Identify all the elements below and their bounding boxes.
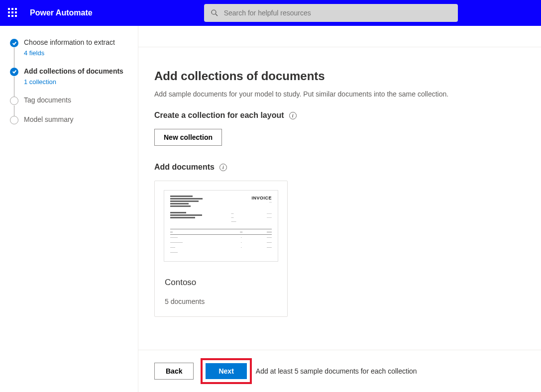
step-title: Add collections of documents	[24, 67, 130, 76]
step-sub[interactable]: 4 fields	[24, 49, 130, 57]
search-box[interactable]	[204, 4, 458, 22]
circle-icon	[10, 116, 18, 124]
collection-name: Contoso	[165, 278, 277, 288]
svg-line-1	[216, 14, 217, 16]
search-input[interactable]	[224, 9, 452, 17]
section-add-label: Add documents	[154, 163, 215, 172]
collection-thumbnail: INVOICE — ——— ——— ——	[155, 181, 287, 271]
invoice-preview: INVOICE — ——— ——— ——	[164, 190, 278, 262]
app-launcher-icon[interactable]	[8, 8, 18, 18]
check-icon	[10, 68, 18, 76]
collection-count: 5 documents	[165, 297, 277, 305]
page-title: Add collections of documents	[154, 69, 517, 83]
step-sub[interactable]: 1 collection	[24, 78, 130, 86]
step-title: Model summary	[24, 115, 130, 124]
section-layout-label: Create a collection for each layout	[154, 111, 284, 120]
step-title: Tag documents	[24, 96, 130, 105]
page-description: Add sample documents for your model to s…	[154, 90, 517, 98]
step-model-summary[interactable]: Model summary	[10, 115, 130, 124]
check-icon	[10, 39, 18, 47]
wizard-sidebar: Choose information to extract 4 fields A…	[0, 26, 138, 392]
wizard-footer: Back Next Add at least 5 sample document…	[138, 350, 541, 392]
info-icon[interactable]: i	[289, 112, 297, 119]
step-add-collections[interactable]: Add collections of documents 1 collectio…	[10, 67, 130, 96]
step-title: Choose information to extract	[24, 38, 130, 47]
section-add-heading: Add documents i	[154, 163, 517, 172]
invoice-label: INVOICE	[251, 196, 272, 200]
search-icon	[210, 8, 219, 17]
collection-card[interactable]: INVOICE — ——— ——— ——	[154, 181, 288, 317]
footer-note: Add at least 5 sample documents for each…	[256, 367, 417, 375]
new-collection-button[interactable]: New collection	[154, 129, 222, 146]
section-layout-heading: Create a collection for each layout i	[154, 111, 517, 120]
next-button[interactable]: Next	[206, 363, 246, 379]
brand-title: Power Automate	[30, 8, 93, 17]
svg-point-0	[212, 10, 216, 14]
next-highlight-box: Next	[201, 358, 251, 384]
step-tag-documents[interactable]: Tag documents	[10, 96, 130, 115]
main-panel: Add collections of documents Add sample …	[138, 26, 541, 392]
back-button[interactable]: Back	[154, 363, 194, 380]
circle-icon	[10, 97, 18, 105]
info-icon[interactable]: i	[219, 164, 227, 171]
step-choose-information[interactable]: Choose information to extract 4 fields	[10, 38, 130, 67]
app-header: Power Automate	[0, 0, 541, 26]
